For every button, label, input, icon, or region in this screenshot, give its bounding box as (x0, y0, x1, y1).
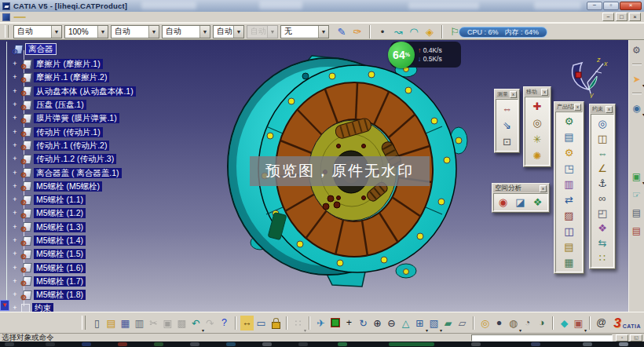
toolbar-dropdown[interactable]: 自动 ▼ (213, 25, 244, 38)
manipulation-icon[interactable]: ✚ (531, 100, 544, 113)
brush-icon[interactable]: ✑ (350, 24, 364, 38)
tree-node-label[interactable]: 摩擦片.1 (摩擦片.2) (34, 72, 109, 82)
expand-icon[interactable]: + (11, 196, 19, 203)
print-icon[interactable]: ▥ (133, 316, 146, 331)
tree-node-label[interactable]: M5螺栓 (1.2) (34, 208, 86, 218)
tree-node-constraints[interactable]: + 约束 (11, 301, 53, 312)
expand-icon[interactable]: + (11, 250, 19, 258)
pan-icon[interactable]: + (342, 316, 356, 331)
status-btn-1[interactable]: ▫ (616, 334, 628, 342)
iso-view-icon[interactable]: ▧ (427, 316, 441, 331)
half-mode-icon[interactable]: ◑ (535, 316, 548, 331)
view-compass[interactable]: x y z (567, 56, 613, 98)
expand-icon[interactable]: + (11, 265, 19, 272)
taskbar-icon[interactable] (338, 342, 347, 346)
fix-constraint-icon[interactable]: ⚓ (596, 177, 609, 190)
panel-red-icon[interactable]: ▤ (630, 224, 643, 237)
chevron-down-icon[interactable]: ▼ (199, 26, 210, 38)
change-constraint-icon[interactable]: ⇆ (596, 236, 609, 250)
sectioning-icon[interactable]: ◪ (514, 195, 527, 209)
tree-root-node[interactable]: ⚙ 离合器 (13, 43, 57, 55)
wireframe-mode-icon[interactable]: ◍ (507, 316, 520, 331)
gears-icon[interactable]: ⚙ (630, 43, 643, 57)
expand-icon[interactable]: + (11, 170, 19, 177)
normal-view-icon[interactable]: △ (399, 316, 412, 331)
offset-constraint-icon[interactable]: ⇔ (596, 147, 609, 160)
close-icon[interactable]: x (510, 91, 517, 98)
render-style-alt-icon[interactable]: ▱ (456, 316, 469, 331)
close-icon[interactable]: x (574, 104, 581, 111)
chevron-down-icon[interactable]: ▼ (51, 26, 61, 38)
close-button[interactable]: × (620, 2, 642, 10)
chevron-down-icon[interactable]: ▼ (97, 26, 108, 38)
tree-node-label[interactable]: M5螺栓 (1.3) (34, 222, 86, 232)
tree-node[interactable]: + ⚙ 离合器盖 ( 离合器盖.1) (11, 166, 136, 179)
tree-scroll-indicator[interactable]: ▼ (0, 300, 9, 311)
hand-tool-icon[interactable]: ☞ (630, 188, 643, 201)
tree-node[interactable]: + ⚙ M5螺栓 (1.4) (11, 234, 136, 247)
taskbar-icon[interactable] (583, 342, 592, 346)
snap-icon[interactable]: ◎ (531, 116, 544, 130)
expand-icon[interactable]: + (11, 74, 19, 81)
new-file-icon[interactable]: ▯ (90, 316, 104, 331)
chevron-down-icon[interactable]: ▼ (233, 26, 243, 38)
tree-node[interactable]: + ⚙ M5螺栓 (1.8) (11, 288, 136, 301)
tree-node-label[interactable]: M5螺栓 (1.8) (34, 290, 86, 300)
3d-viewport[interactable]: ⚙ 离合器 + ⚙ 摩擦片 (摩擦片.1) + ⚙ 摩擦片.1 (摩擦片.2) … (0, 40, 644, 312)
tree-node-label[interactable]: 离合器盖 ( 离合器盖.1) (34, 168, 122, 178)
gem-icon[interactable]: ◆ (558, 316, 571, 331)
whats-this-icon[interactable]: ? (218, 316, 231, 331)
toolbar-dropdown[interactable]: 100% ▼ (64, 25, 108, 38)
tree-node[interactable]: + ⚙ M5螺栓 (1.5) (11, 247, 136, 261)
expand-icon[interactable]: + (11, 88, 19, 95)
expand-icon[interactable]: + (11, 142, 19, 149)
toolbar-dropdown[interactable]: 自动 ▼ (247, 25, 278, 38)
smart-move-icon[interactable]: ✳ (531, 133, 544, 146)
curve-icon[interactable]: ↝ (391, 24, 405, 38)
tree-node-label[interactable]: 传动片.1.2 (传动片.3) (34, 154, 116, 164)
explode-icon[interactable]: ✺ (531, 149, 544, 163)
tree-node-label[interactable]: M5螺栓 (1.7) (34, 276, 86, 287)
paste-icon[interactable]: ▩ (175, 316, 188, 331)
multi-view-icon[interactable]: ⊞ (413, 316, 426, 331)
close-icon[interactable]: x (606, 106, 613, 113)
existing-component-icon[interactable]: ◳ (562, 162, 576, 175)
palette-titlebar[interactable]: 测量 x (496, 90, 518, 98)
measure-item-icon[interactable]: ⇘ (500, 119, 514, 132)
replace-component-icon[interactable]: ▥ (562, 177, 576, 191)
tree-node[interactable]: + ⚙ 传动片.1.2 (传动片.3) (11, 152, 136, 166)
expand-icon[interactable]: + (11, 291, 19, 298)
measure-inertia-icon[interactable]: ⊡ (500, 135, 514, 148)
copy-icon[interactable]: ▣ (161, 316, 174, 331)
new-product-icon[interactable]: ▤ (562, 130, 576, 144)
tree-node[interactable]: + ⚙ 膜片弹簧 (膜片弹簧.1) (11, 111, 136, 125)
zoom-in-icon[interactable]: ⊕ (371, 316, 384, 331)
tree-node[interactable]: + ⚙ 摩擦片 (摩擦片.1) (11, 57, 136, 71)
taskbar-icon[interactable] (471, 342, 481, 346)
expand-icon[interactable]: + (11, 224, 19, 231)
expand-icon[interactable]: + (11, 60, 19, 68)
tree-node-label[interactable]: 膜片弹簧 (膜片弹簧.1) (34, 113, 119, 123)
expand-icon[interactable]: + (11, 129, 19, 136)
at-icon[interactable]: @ (595, 316, 608, 331)
mdi-minimize-button[interactable]: − (602, 13, 614, 21)
tree-node-label[interactable]: 传动片.1 (传动片.2) (34, 141, 109, 151)
expand-icon[interactable]: + (11, 115, 19, 122)
measure-between-icon[interactable]: ⇔ (500, 102, 514, 115)
monitor-icon[interactable]: ▭ (254, 316, 268, 331)
expand-icon[interactable]: + (11, 155, 19, 163)
quick-constraint-icon[interactable]: ◰ (596, 206, 609, 220)
clash-icon[interactable]: ◉ (496, 195, 510, 209)
expand-icon[interactable]: + (11, 210, 19, 217)
close-icon[interactable]: x (541, 89, 548, 96)
tree-node[interactable]: + ⚙ M5螺栓 (1.6) (11, 261, 136, 274)
windows-taskbar[interactable] (0, 342, 644, 347)
menu-item[interactable] (13, 16, 26, 18)
cut-icon[interactable]: ✂ (147, 316, 160, 331)
quarter-mode-icon[interactable]: ◔ (521, 316, 534, 331)
distance-band-icon[interactable]: ❖ (531, 195, 544, 209)
tree-node[interactable]: + ⚙ M5螺栓 (M5螺栓) (11, 180, 136, 193)
tree-node[interactable]: + ⚙ 从动盘本体 (从动盘本体.1) (11, 85, 136, 98)
new-part-icon[interactable]: ⚙ (562, 146, 576, 159)
rotate-icon[interactable]: ↻ (357, 316, 370, 331)
